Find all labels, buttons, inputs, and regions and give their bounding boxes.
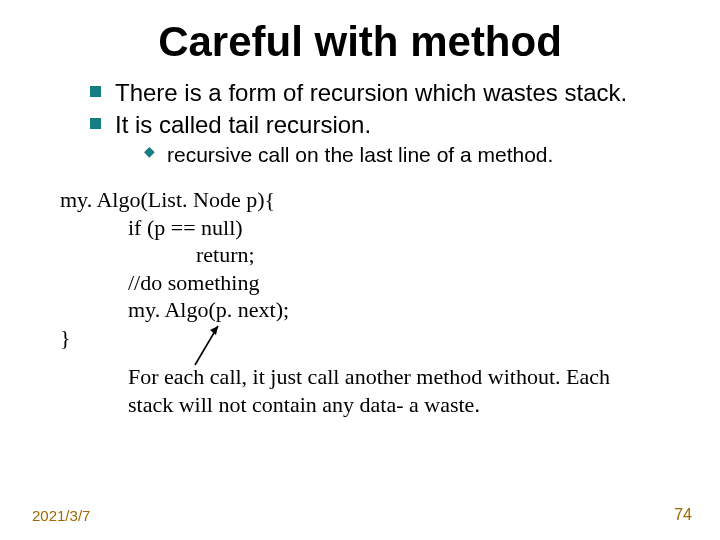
bullet-text: It is called tail recursion. bbox=[115, 110, 371, 140]
square-bullet-icon bbox=[90, 86, 101, 97]
code-line: return; bbox=[60, 241, 720, 269]
code-line: my. Algo(p. next); bbox=[60, 296, 720, 324]
sub-bullet-text: recursive call on the last line of a met… bbox=[167, 142, 553, 168]
note-text: For each call, it just call another meth… bbox=[0, 351, 720, 418]
code-line: if (p == null) bbox=[60, 214, 720, 242]
code-block: my. Algo(List. Node p){ if (p == null) r… bbox=[0, 168, 720, 351]
arrow-icon bbox=[190, 320, 230, 370]
code-line: } bbox=[60, 324, 720, 352]
code-line: //do something bbox=[60, 269, 720, 297]
page-number: 74 bbox=[674, 506, 692, 524]
square-bullet-icon bbox=[90, 118, 101, 129]
sub-bullet-item-1: recursive call on the last line of a met… bbox=[146, 142, 680, 168]
bullet-item-2: It is called tail recursion. bbox=[90, 110, 680, 140]
bullet-item-1: There is a form of recursion which waste… bbox=[90, 78, 680, 108]
bullet-list: There is a form of recursion which waste… bbox=[0, 78, 720, 168]
diamond-bullet-icon bbox=[146, 148, 157, 159]
code-line: my. Algo(List. Node p){ bbox=[60, 186, 720, 214]
bullet-text: There is a form of recursion which waste… bbox=[115, 78, 627, 108]
footer-date: 2021/3/7 bbox=[32, 507, 90, 524]
slide-title: Careful with method bbox=[0, 0, 720, 78]
